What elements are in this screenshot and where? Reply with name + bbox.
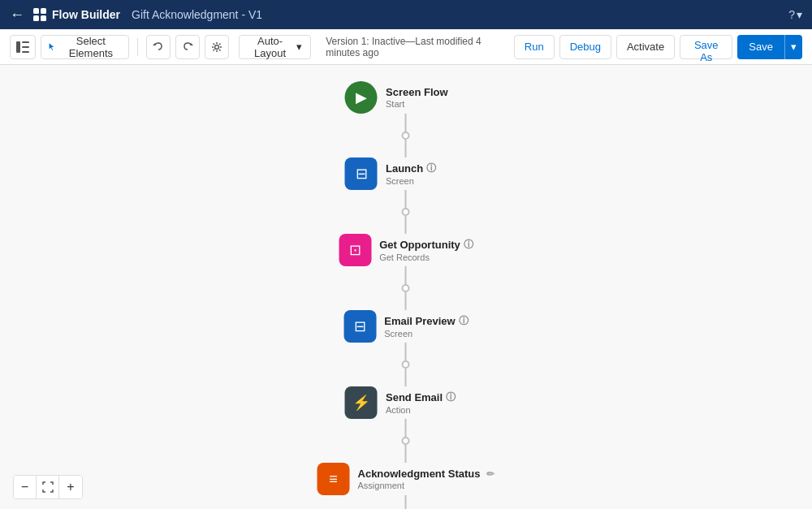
zoom-fit-button[interactable] bbox=[37, 476, 59, 498]
start-type: Start bbox=[386, 99, 467, 109]
send-email-type: Action bbox=[386, 405, 467, 415]
connector-line-2 bbox=[405, 190, 407, 208]
zoom-controls: − + bbox=[13, 475, 83, 499]
send-email-name: Send Email bbox=[386, 391, 443, 403]
app-icon-area: Flow Builder bbox=[32, 7, 120, 22]
acknowledgment-status-label: Acknowledgment Status ✏Assignment bbox=[358, 468, 495, 490]
node-wrapper-update-opportunity: ↻Update Opportunity ⓘUpdate Records bbox=[330, 495, 482, 509]
top-nav: ← Flow Builder Gift Acknowledgment - V1 … bbox=[0, 0, 812, 29]
connector-line-4 bbox=[405, 343, 407, 360]
panel-icon bbox=[16, 41, 29, 53]
launch-name: Launch bbox=[386, 162, 423, 175]
acknowledgment-status-name: Acknowledgment Status bbox=[358, 468, 481, 480]
email-preview-info-icon[interactable]: ⓘ bbox=[459, 314, 469, 328]
connector-line2-3 bbox=[405, 292, 407, 310]
node-wrapper-launch: ⊟Launch ⓘScreen bbox=[345, 114, 467, 190]
node-get-opportunity[interactable]: ⊡Get Opportunity ⓘGet Records bbox=[339, 234, 473, 266]
connector-line2-4 bbox=[405, 369, 407, 386]
node-wrapper-send-email: ⚡Send Email ⓘAction bbox=[345, 343, 467, 419]
flow-nodes: ▶Screen FlowStart⊟Launch ⓘScreen⊡Get Opp… bbox=[317, 81, 495, 509]
gear-icon bbox=[211, 41, 222, 53]
connector-line-6 bbox=[405, 495, 407, 509]
svg-rect-0 bbox=[33, 8, 39, 14]
redo-button[interactable] bbox=[175, 35, 200, 59]
save-as-button[interactable]: Save As bbox=[680, 35, 732, 59]
node-wrapper-acknowledgment-status: ≡Acknowledgment Status ✏Assignment bbox=[317, 419, 495, 495]
connector-dot-5 bbox=[402, 437, 410, 445]
auto-layout-button[interactable]: Auto-Layout ▾ bbox=[239, 35, 311, 59]
flow-icon bbox=[32, 7, 47, 22]
node-wrapper-get-opportunity: ⊡Get Opportunity ⓘGet Records bbox=[339, 190, 473, 266]
email-preview-type: Screen bbox=[384, 329, 468, 339]
node-launch[interactable]: ⊟Launch ⓘScreen bbox=[345, 157, 467, 190]
version-info: Version 1: Inactive—Last modified 4 minu… bbox=[326, 36, 499, 58]
run-button[interactable]: Run bbox=[514, 35, 555, 59]
svg-rect-6 bbox=[22, 46, 29, 48]
svg-marker-9 bbox=[191, 43, 193, 45]
send-email-info-icon[interactable]: ⓘ bbox=[446, 390, 456, 404]
zoom-out-button[interactable]: − bbox=[14, 476, 37, 498]
svg-rect-2 bbox=[33, 15, 39, 21]
launch-info-icon[interactable]: ⓘ bbox=[426, 162, 436, 175]
svg-rect-4 bbox=[16, 41, 20, 53]
divider-1 bbox=[137, 38, 138, 56]
debug-button[interactable]: Debug bbox=[559, 35, 611, 59]
node-acknowledgment-status[interactable]: ≡Acknowledgment Status ✏Assignment bbox=[317, 463, 495, 495]
connector-line-1 bbox=[405, 114, 407, 132]
connector-line-5 bbox=[405, 419, 407, 437]
launch-type: Screen bbox=[386, 176, 467, 186]
connector-line-3 bbox=[405, 266, 407, 284]
start-icon: ▶ bbox=[345, 81, 378, 114]
node-start[interactable]: ▶Screen FlowStart bbox=[345, 81, 467, 114]
redo-icon bbox=[182, 41, 193, 53]
panel-toggle-button[interactable] bbox=[10, 35, 36, 59]
svg-marker-8 bbox=[153, 43, 155, 45]
node-wrapper-email-preview: ⊟Email Preview ⓘScreen bbox=[343, 266, 468, 343]
help-button[interactable]: ? ▾ bbox=[788, 8, 802, 21]
fit-icon bbox=[42, 481, 54, 493]
svg-rect-7 bbox=[22, 51, 29, 53]
get-opportunity-info-icon[interactable]: ⓘ bbox=[464, 238, 473, 252]
get-opportunity-icon: ⊡ bbox=[339, 234, 371, 266]
launch-label: Launch ⓘScreen bbox=[386, 162, 467, 186]
undo-icon bbox=[153, 41, 164, 53]
connector-dot-3 bbox=[402, 284, 410, 292]
flow-canvas: ▶Screen FlowStart⊟Launch ⓘScreen⊡Get Opp… bbox=[0, 65, 812, 509]
email-preview-name: Email Preview bbox=[384, 315, 455, 327]
svg-point-10 bbox=[214, 45, 218, 49]
select-elements-button[interactable]: Select Elements bbox=[41, 35, 129, 59]
node-wrapper-start: ▶Screen FlowStart bbox=[345, 81, 467, 114]
save-dropdown-button[interactable]: ▾ bbox=[784, 35, 802, 59]
connector-dot-4 bbox=[402, 360, 410, 369]
toolbar: Select Elements Auto-Layout ▾ Version 1:… bbox=[0, 29, 812, 65]
back-button[interactable]: ← bbox=[10, 6, 24, 24]
connector-dot-2 bbox=[402, 208, 410, 216]
activate-button[interactable]: Activate bbox=[616, 35, 675, 59]
connector-line2-5 bbox=[405, 445, 407, 463]
svg-rect-3 bbox=[41, 15, 46, 21]
settings-button[interactable] bbox=[205, 35, 229, 59]
email-preview-icon: ⊟ bbox=[343, 310, 376, 343]
start-name: Screen Flow bbox=[386, 86, 448, 98]
flow-title: Gift Acknowledgment - V1 bbox=[132, 8, 262, 21]
svg-rect-1 bbox=[41, 8, 46, 14]
email-preview-label: Email Preview ⓘScreen bbox=[384, 314, 468, 339]
connector-dot-1 bbox=[402, 132, 410, 140]
send-email-icon: ⚡ bbox=[345, 386, 378, 419]
svg-rect-5 bbox=[22, 41, 29, 43]
get-opportunity-label: Get Opportunity ⓘGet Records bbox=[379, 238, 473, 262]
get-opportunity-type: Get Records bbox=[379, 252, 473, 262]
save-button[interactable]: Save bbox=[737, 35, 784, 59]
acknowledgment-status-type: Assignment bbox=[358, 481, 495, 490]
connector-line2-2 bbox=[405, 216, 407, 234]
start-label: Screen FlowStart bbox=[386, 86, 467, 109]
launch-icon: ⊟ bbox=[345, 157, 378, 190]
undo-button[interactable] bbox=[146, 35, 171, 59]
cursor-icon bbox=[48, 41, 56, 53]
node-send-email[interactable]: ⚡Send Email ⓘAction bbox=[345, 386, 467, 419]
acknowledgment-status-edit-icon[interactable]: ✏ bbox=[486, 468, 495, 480]
acknowledgment-status-icon: ≡ bbox=[317, 463, 350, 495]
zoom-in-button[interactable]: + bbox=[59, 476, 82, 498]
connector-line2-1 bbox=[405, 140, 407, 157]
node-email-preview[interactable]: ⊟Email Preview ⓘScreen bbox=[343, 310, 468, 343]
